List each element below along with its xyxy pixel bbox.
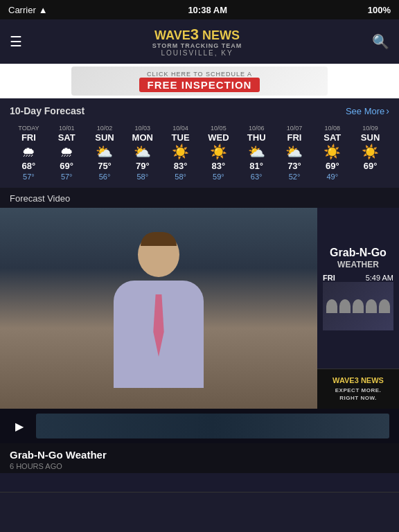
forecast-day[interactable]: 10/02 SUN ⛅ 75° 56° (86, 122, 124, 184)
weather-icon: 🌧 (21, 145, 35, 159)
day-date: 10/04 (172, 125, 188, 132)
day-high: 69° (364, 161, 378, 171)
wave-small-news: NEWS (361, 376, 384, 384)
day-low: 58° (136, 172, 148, 181)
wave-small-wave: WAVE (332, 376, 355, 384)
forecast-header: 10-Day Forecast See More › (10, 105, 389, 116)
video-title-section: Grab-N-Go Weather 6 HOURS AGO (0, 443, 399, 473)
bottom-nav (0, 492, 399, 532)
team-person-3 (353, 299, 364, 313)
logo-city: LOUISVILLE, KY (161, 49, 233, 57)
weather-icon: ⛅ (134, 145, 151, 159)
forecast-day[interactable]: 10/06 THU ⛅ 81° 63° (238, 122, 276, 184)
sidebar-ad-top: Grab-N-Go WEATHER FRI 5:49 AM (317, 208, 399, 369)
status-time: 10:38 AM (188, 5, 227, 15)
day-low: 56° (99, 172, 111, 181)
day-date: 10/09 (362, 125, 378, 132)
chevron-right-icon: › (386, 105, 389, 116)
app-logo: WAVE3 NEWS STORM TRACKING TEAM LOUISVILL… (22, 27, 372, 57)
day-low: 52° (289, 172, 301, 181)
day-high: 83° (212, 161, 226, 171)
weather-icon: ⛅ (285, 145, 303, 159)
team-image (323, 282, 393, 330)
day-date: 10/05 (211, 125, 227, 132)
forecast-day[interactable]: TODAY FRI 🌧 68° 57° (10, 122, 48, 184)
day-name: WED (208, 132, 229, 143)
weather-icon: ☀️ (172, 145, 189, 159)
wave-tagline: EXPECT MORE.RIGHT NOW. (335, 387, 381, 402)
day-name: MON (132, 132, 153, 143)
day-low: 57° (61, 172, 73, 181)
logo-number: 3 (190, 26, 199, 43)
grab-n-go-brand: Grab-N-Go (330, 246, 387, 259)
day-name: SUN (95, 132, 114, 143)
day-name: SAT (323, 132, 341, 143)
ad-banner[interactable]: CLICK HERE TO SCHEDULE A FREE INSPECTION (0, 64, 399, 98)
search-button[interactable]: 🔍 (372, 33, 389, 50)
team-person-4 (366, 299, 377, 313)
day-low: 59° (213, 172, 224, 181)
see-more-label: See More (346, 106, 384, 116)
video-player[interactable] (0, 208, 317, 409)
logo-subtitle: STORM TRACKING TEAM (152, 42, 242, 49)
team-silhouette (326, 299, 390, 313)
team-person-2 (339, 299, 351, 313)
play-button[interactable]: ▶ (10, 416, 29, 436)
video-thumbnail-strip (36, 414, 389, 438)
video-title: Grab-N-Go Weather (10, 449, 389, 461)
day-low: 63° (251, 172, 263, 181)
weather-icon: ☀️ (362, 145, 379, 159)
video-sidebar: Grab-N-Go WEATHER FRI 5:49 AM (317, 208, 399, 409)
day-name: SAT (58, 132, 76, 143)
day-date: 10/06 (249, 125, 265, 132)
video-frame (0, 208, 317, 409)
weather-icon: 🌧 (60, 145, 73, 159)
video-container: Grab-N-Go WEATHER FRI 5:49 AM (0, 208, 399, 409)
day-high: 75° (98, 161, 112, 171)
person-silhouette (96, 232, 221, 384)
day-high: 83° (174, 161, 188, 171)
day-date: 10/07 (287, 125, 303, 132)
team-person-5 (379, 299, 390, 313)
day-high: 79° (136, 161, 150, 171)
day-low: 57° (23, 172, 35, 181)
forecast-day[interactable]: 10/07 FRI ⛅ 73° 52° (276, 122, 314, 184)
forecast-section: 10-Day Forecast See More › TODAY FRI 🌧 6… (0, 98, 399, 188)
forecast-days-row: TODAY FRI 🌧 68° 57° 10/01 SAT 🌧 69° 57° … (10, 122, 389, 184)
person-head (138, 232, 179, 277)
weather-icon: ☀️ (210, 145, 227, 159)
day-date: 10/08 (325, 125, 341, 132)
status-battery: 100% (368, 5, 391, 15)
grab-weather-label: WEATHER (337, 260, 379, 269)
weather-icon: ⛅ (248, 145, 265, 159)
header: ☰ WAVE3 NEWS STORM TRACKING TEAM LOUISVI… (0, 19, 399, 64)
forecast-day[interactable]: 10/03 MON ⛅ 79° 58° (123, 122, 161, 184)
day-high: 69° (60, 161, 73, 171)
weather-icon: ☀️ (323, 145, 341, 159)
forecast-title: 10-Day Forecast (10, 105, 85, 116)
wave-small-num: 3 (355, 376, 359, 384)
video-time-ago: 6 HOURS AGO (10, 462, 389, 470)
see-more-button[interactable]: See More › (346, 105, 389, 116)
logo-news-word: NEWS (202, 28, 240, 42)
ad-click-text: CLICK HERE TO SCHEDULE A (147, 71, 252, 78)
day-date: 10/02 (97, 125, 113, 132)
day-date: 10/03 (135, 125, 151, 132)
day-low: 58° (175, 172, 186, 181)
wave-logo-small: WAVE3 NEWS (332, 376, 384, 384)
forecast-day[interactable]: 10/08 SAT ☀️ 69° 49° (313, 122, 351, 184)
wifi-icon: ▲ (39, 5, 48, 15)
sidebar-ad-bottom: WAVE3 NEWS EXPECT MORE.RIGHT NOW. (317, 369, 399, 409)
forecast-day[interactable]: 10/04 TUE ☀️ 83° 58° (161, 122, 200, 184)
grab-time-row: FRI 5:49 AM (323, 274, 393, 282)
menu-button[interactable]: ☰ (10, 33, 22, 50)
day-high: 73° (287, 161, 301, 171)
forecast-day[interactable]: 10/05 WED ☀️ 83° 59° (200, 122, 238, 184)
day-high: 81° (249, 161, 263, 171)
forecast-day[interactable]: 10/09 SUN ☀️ 69° (351, 122, 389, 184)
day-name: SUN (361, 132, 380, 143)
logo-wave-word: WAVE (154, 28, 190, 42)
forecast-day[interactable]: 10/01 SAT 🌧 69° 57° (48, 122, 86, 184)
video-controls-row: ▶ (0, 409, 399, 443)
person-body (114, 281, 204, 388)
